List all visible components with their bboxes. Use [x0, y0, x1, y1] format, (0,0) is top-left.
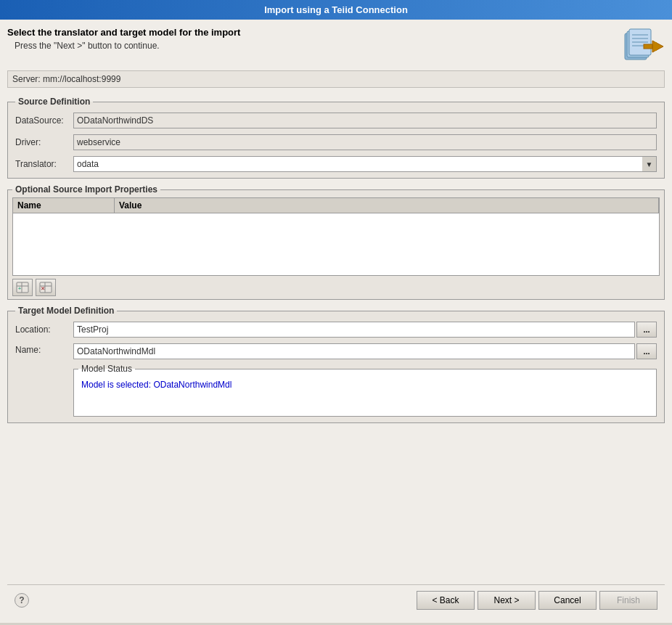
driver-row: Driver: — [15, 134, 657, 150]
svg-rect-8 — [644, 44, 652, 49]
location-label: Location: — [15, 324, 73, 335]
next-button[interactable]: Next > — [478, 591, 536, 610]
page-title: Select the translator and target model f… — [7, 27, 240, 38]
optional-properties-group: Optional Source Import Properties Name V… — [7, 184, 665, 300]
cancel-button[interactable]: Cancel — [538, 591, 597, 610]
translator-select[interactable]: odata — [73, 156, 657, 172]
name-column-header: Name — [13, 198, 115, 213]
add-row-icon: + — [16, 282, 29, 293]
source-definition-legend: Source Definition — [15, 97, 93, 107]
translator-row: Translator: odata ▼ — [15, 156, 657, 172]
table-body — [13, 213, 659, 275]
datasource-label: DataSource: — [15, 115, 73, 126]
svg-text:✕: ✕ — [41, 286, 45, 291]
help-button[interactable]: ? — [15, 593, 29, 608]
remove-property-button[interactable]: ✕ — [36, 279, 56, 296]
location-browse-button[interactable]: ... — [636, 322, 657, 338]
datasource-input[interactable] — [73, 113, 657, 128]
add-property-button[interactable]: + — [12, 279, 33, 296]
source-definition-group: Source Definition DataSource: Driver: Tr… — [7, 97, 665, 179]
driver-input[interactable] — [73, 134, 657, 150]
model-status-legend: Model Status — [78, 364, 135, 374]
name-row: Name: ... Model Status Model is selected… — [15, 343, 657, 417]
name-browse-button[interactable]: ... — [636, 343, 657, 359]
back-button[interactable]: < Back — [417, 591, 475, 610]
remove-row-icon: ✕ — [39, 282, 52, 293]
location-input[interactable] — [73, 322, 635, 338]
target-model-group: Target Model Definition Location: ... Na… — [7, 306, 665, 423]
page-subtitle: Press the "Next >" button to continue. — [15, 41, 240, 51]
svg-rect-9 — [654, 42, 657, 44]
value-column-header: Value — [115, 198, 659, 213]
server-label: Server: mm://localhost:9999 — [7, 70, 665, 88]
properties-table: Name Value — [12, 197, 660, 276]
table-toolbar: + ✕ — [8, 276, 664, 299]
model-name-input[interactable] — [73, 343, 635, 359]
chevron-down-icon[interactable]: ▼ — [642, 156, 657, 172]
button-bar: ? < Back Next > Cancel Finish — [7, 584, 665, 616]
driver-label: Driver: — [15, 137, 73, 147]
finish-button[interactable]: Finish — [599, 591, 657, 610]
target-model-legend: Target Model Definition — [15, 306, 117, 316]
translator-label: Translator: — [15, 159, 73, 169]
datasource-row: DataSource: — [15, 113, 657, 128]
optional-properties-legend: Optional Source Import Properties — [12, 184, 160, 195]
svg-rect-10 — [654, 49, 657, 51]
location-row: Location: ... — [15, 322, 657, 338]
name-label: Name: — [15, 343, 73, 355]
model-status-text: Model is selected: ODataNorthwindMdl — [78, 377, 652, 413]
title-text: Import using a Teiid Connection — [264, 4, 408, 15]
title-bar: Import using a Teiid Connection — [0, 0, 672, 20]
svg-text:+: + — [18, 286, 21, 291]
table-header: Name Value — [13, 198, 659, 213]
connection-icon — [623, 28, 663, 62]
header-icon — [621, 27, 665, 63]
model-status-group: Model Status Model is selected: ODataNor… — [73, 364, 657, 417]
